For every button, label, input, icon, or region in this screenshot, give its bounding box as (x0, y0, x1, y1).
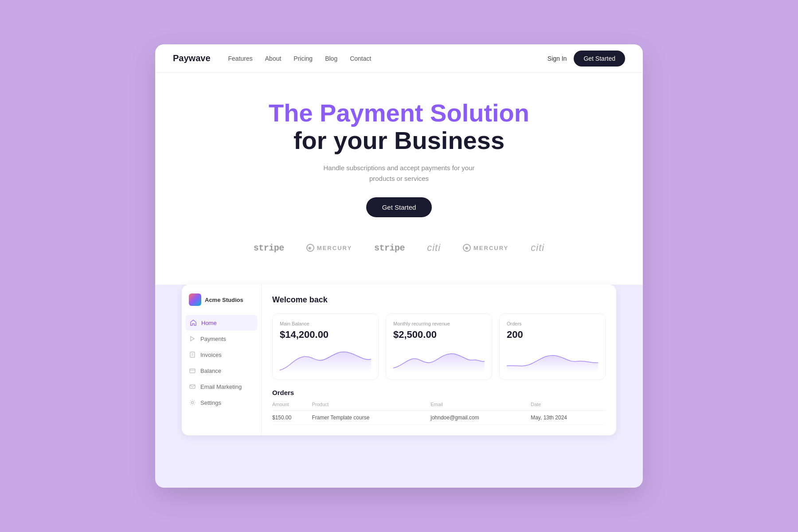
sidebar-payments-label: Payments (200, 336, 226, 342)
partner-stripe-2: stripe (374, 243, 405, 253)
stat-card-mrr: Monthly recurring revenue $2,500.00 (386, 313, 492, 380)
nav-get-started-button[interactable]: Get Started (574, 51, 625, 66)
home-icon (190, 319, 197, 326)
stat-card-balance: Main Balance $14,200.00 (272, 313, 379, 380)
order-product: Framer Template course (312, 411, 430, 425)
settings-icon (189, 399, 196, 406)
hero-cta-button[interactable]: Get Started (366, 197, 432, 217)
sidebar-item-settings[interactable]: Settings (182, 395, 261, 411)
email-icon (189, 383, 196, 390)
stat-label-orders: Orders (507, 321, 598, 326)
hero-title-line2: for your Business (173, 127, 625, 154)
stats-row: Main Balance $14,200.00 (272, 313, 606, 380)
dashboard-card: Acme Studios Home Payments (182, 285, 616, 435)
nav-actions: Sign In Get Started (548, 51, 625, 66)
svg-point-7 (192, 402, 194, 404)
partner-mercury-1: ◉ MERCURY (306, 244, 352, 252)
nav-links: Features About Pricing Blog Contact (228, 55, 548, 62)
invoices-icon (189, 351, 196, 358)
brand-name: Acme Studios (205, 297, 243, 303)
navbar: Paywave Features About Pricing Blog Cont… (155, 44, 643, 73)
balance-icon (189, 367, 196, 374)
dashboard-sidebar: Acme Studios Home Payments (182, 285, 262, 435)
browser-window: Paywave Features About Pricing Blog Cont… (155, 44, 643, 488)
order-email: johndoe@gmail.com (430, 411, 531, 425)
sidebar-balance-label: Balance (200, 368, 221, 374)
partner-citi-2: citi (531, 242, 544, 254)
stat-value-orders: 200 (507, 329, 598, 340)
brand-icon (189, 293, 201, 306)
nav-logo[interactable]: Paywave (173, 53, 211, 63)
welcome-text: Welcome back (272, 295, 606, 305)
sidebar-item-balance[interactable]: Balance (182, 363, 261, 379)
dashboard-main: Welcome back Main Balance $14,200.00 (262, 285, 616, 435)
dashboard-wrapper: Acme Studios Home Payments (155, 285, 643, 453)
chart-orders (507, 346, 598, 372)
orders-title: Orders (272, 389, 606, 396)
payments-icon (189, 335, 196, 342)
sidebar-item-payments[interactable]: Payments (182, 331, 261, 347)
stat-card-orders: Orders 200 (499, 313, 606, 380)
partner-stripe-1: stripe (254, 243, 284, 253)
signin-link[interactable]: Sign In (548, 55, 567, 62)
nav-link-contact[interactable]: Contact (350, 55, 371, 62)
chart-mrr (393, 346, 485, 372)
col-product: Product (312, 402, 430, 411)
sidebar-email-label: Email Marketing (200, 383, 242, 390)
stat-label-mrr: Monthly recurring revenue (393, 321, 485, 326)
svg-rect-1 (190, 352, 195, 357)
sidebar-brand: Acme Studios (182, 293, 261, 315)
orders-table: Amount Product Email Date $150.00 Framer… (272, 402, 606, 425)
partner-citi-1: citi (427, 242, 441, 254)
nav-link-about[interactable]: About (265, 55, 282, 62)
hero-section: The Payment Solution for your Business H… (155, 73, 643, 285)
sidebar-invoices-label: Invoices (200, 352, 222, 358)
order-amount: $150.00 (272, 411, 312, 425)
sidebar-home-label: Home (201, 320, 217, 326)
col-email: Email (430, 402, 531, 411)
mercury-icon-2: ◉ (463, 244, 471, 252)
mercury-icon-1: ◉ (306, 244, 314, 252)
sidebar-item-invoices[interactable]: Invoices (182, 347, 261, 363)
col-amount: Amount (272, 402, 312, 411)
nav-link-blog[interactable]: Blog (325, 55, 337, 62)
order-date: May, 13th 2024 (531, 411, 606, 425)
col-date: Date (531, 402, 606, 411)
partner-mercury-2: ◉ MERCURY (463, 244, 509, 252)
sidebar-item-email-marketing[interactable]: Email Marketing (182, 379, 261, 395)
nav-link-features[interactable]: Features (228, 55, 253, 62)
hero-subtitle: Handle subscriptions and accept payments… (173, 163, 625, 184)
sidebar-item-home[interactable]: Home (185, 315, 258, 331)
hero-title-line1: The Payment Solution (173, 99, 625, 127)
stat-value-balance: $14,200.00 (280, 329, 371, 340)
partners-row: stripe ◉ MERCURY stripe citi ◉ MERCURY c… (173, 235, 625, 267)
orders-section: Orders Amount Product Email Date (272, 389, 606, 425)
svg-rect-4 (190, 369, 195, 373)
table-row: $150.00 Framer Template course johndoe@g… (272, 411, 606, 425)
svg-marker-0 (191, 336, 194, 341)
stat-value-mrr: $2,500.00 (393, 329, 485, 340)
sidebar-settings-label: Settings (200, 399, 221, 406)
stat-label-balance: Main Balance (280, 321, 371, 326)
nav-link-pricing[interactable]: Pricing (293, 55, 313, 62)
chart-balance (280, 346, 371, 372)
